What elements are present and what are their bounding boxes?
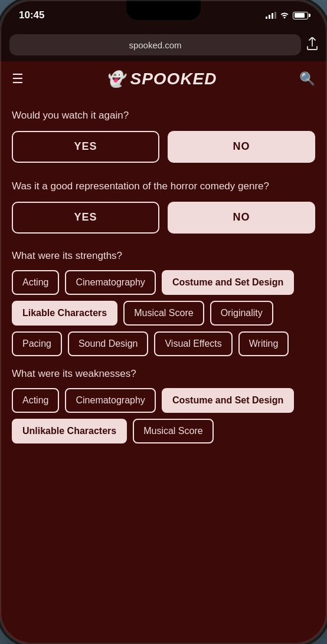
question-1-buttons: YES NO	[12, 131, 315, 163]
q1-no-button[interactable]: NO	[168, 131, 315, 163]
weakness-tag[interactable]: Costume and Set Design	[162, 388, 294, 413]
ghost-icon: 👻	[106, 70, 125, 88]
strength-tag[interactable]: Acting	[12, 270, 59, 295]
weakness-tag[interactable]: Unlikable Characters	[12, 419, 127, 443]
hamburger-menu-icon[interactable]: ☰	[12, 73, 24, 86]
share-button[interactable]	[307, 37, 318, 53]
time-display: 10:45	[19, 9, 44, 21]
phone-frame: 10:45 spooked.com	[0, 0, 327, 644]
app-logo: 👻 SpOOked	[106, 70, 217, 88]
strength-tag[interactable]: Writing	[238, 331, 289, 356]
status-icons	[266, 11, 308, 20]
q2-yes-button[interactable]: YES	[12, 202, 159, 234]
q2-no-button[interactable]: NO	[168, 202, 315, 234]
status-bar: 10:45	[0, 0, 327, 31]
strength-tag[interactable]: Originality	[210, 301, 273, 326]
app-header: ☰ 👻 SpOOked 🔍	[0, 61, 327, 97]
strength-tag[interactable]: Musical Score	[123, 301, 204, 326]
signal-icon	[266, 12, 276, 19]
weaknesses-tag-group: ActingCinematographyCostume and Set Desi…	[12, 388, 315, 443]
strength-tag[interactable]: Visual Effects	[154, 331, 232, 356]
strength-tag[interactable]: Cinematography	[65, 270, 155, 295]
strength-tag[interactable]: Likable Characters	[12, 301, 117, 326]
strength-tag[interactable]: Pacing	[12, 331, 62, 356]
search-icon[interactable]: 🔍	[299, 71, 315, 87]
logo-text: SpOOked	[130, 70, 217, 88]
strengths-label: What were its strengths?	[12, 250, 315, 262]
url-bar[interactable]: spooked.com	[9, 34, 301, 55]
q1-yes-button[interactable]: YES	[12, 131, 159, 163]
url-text: spooked.com	[129, 40, 181, 50]
weakness-tag[interactable]: Cinematography	[65, 388, 155, 413]
battery-icon	[293, 12, 308, 19]
strengths-tag-group: ActingCinematographyCostume and Set Desi…	[12, 270, 315, 356]
notch	[126, 0, 201, 20]
strength-tag[interactable]: Sound Design	[68, 331, 149, 356]
strength-tag[interactable]: Costume and Set Design	[162, 270, 294, 295]
question-2-buttons: YES NO	[12, 202, 315, 234]
question-2-label: Was it a good representation of the horr…	[12, 179, 315, 193]
question-1-label: Would you watch it again?	[12, 109, 315, 123]
main-content: Would you watch it again? YES NO Was it …	[0, 97, 327, 643]
wifi-icon	[280, 11, 289, 20]
weakness-tag[interactable]: Musical Score	[133, 419, 213, 443]
url-bar-container: spooked.com	[0, 31, 327, 61]
weakness-tag[interactable]: Acting	[12, 388, 59, 413]
weaknesses-label: What were its weaknesses?	[12, 368, 315, 380]
